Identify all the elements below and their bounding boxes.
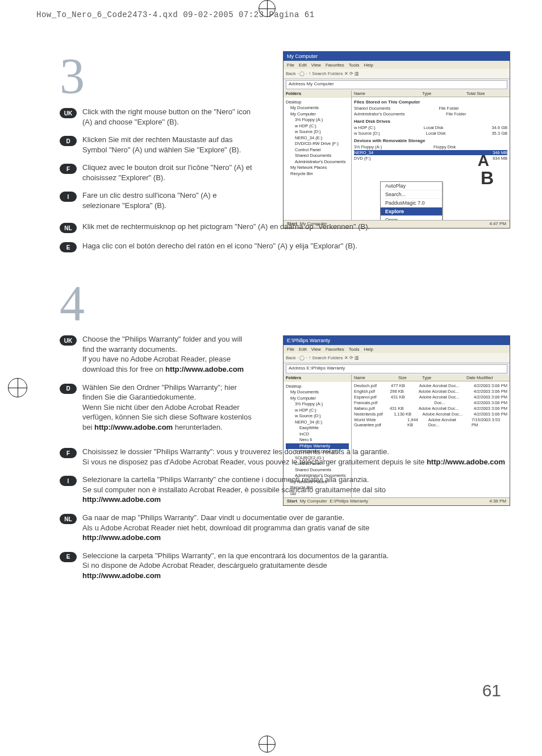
nl-text-4: Ga naar de map "Philips Warranty". Daar … [82,513,510,543]
e-text-4: Seleccione la carpeta "Philips Warranty"… [82,551,510,581]
i-text-4: Selezionare la cartella "Philips Warrant… [82,475,510,505]
nl-text-3: Klik met de rechtermuisknop op het picto… [82,222,510,232]
e-text-3: Haga clic con el botón derecho del ratón… [82,241,510,251]
lang-pill-uk: UK [60,335,77,346]
uk-text-3: Click with the right mouse button on the… [82,107,253,127]
crop-crosshair-top [259,0,276,17]
i-text-3: Fare un clic destro sull'icona "Nero" (A… [82,190,253,210]
lang-pill-f: F [60,164,77,174]
uk-text-4: Choose the "Philips Warranty" folder and… [82,334,253,374]
lang-pill-nl: NL [60,514,77,524]
crop-crosshair-bottom [259,736,276,753]
lang-pill-e: E [60,242,77,252]
lang-pill-i: I [60,192,77,202]
f-text-3: Cliquez avec le bouton droit sur l'icône… [82,163,253,182]
f-text-4: Choisissez le dossier "Philips Warranty"… [82,447,510,467]
lang-pill-d: D [60,136,77,146]
step-4-number: 4 [60,279,510,329]
crop-crosshair-left [8,378,27,397]
d-text-3: Klicken Sie mit der rechten Maustaste au… [82,135,253,155]
lang-pill-e: E [60,552,77,562]
lang-pill-i: I [60,476,77,486]
lang-pill-d: D [60,384,77,394]
lang-pill-f: F [60,448,77,458]
page-number: 61 [482,681,501,700]
lang-pill-uk: UK [60,108,77,118]
lang-pill-nl: NL [60,223,77,233]
d-text-4: Wählen Sie den Ordner "Philips Warranty"… [82,383,253,433]
step-3-number: 3 [60,51,510,101]
